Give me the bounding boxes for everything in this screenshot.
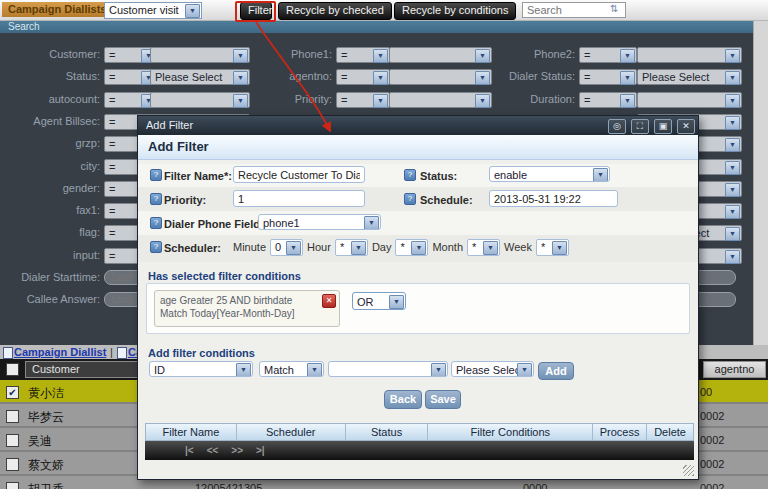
scheduler-unit-select[interactable]: 0▼ xyxy=(270,239,303,256)
row-checkbox[interactable]: ✔ xyxy=(6,386,19,399)
modal-titlebar[interactable]: Add Filter ◎⛶▣✕ xyxy=(138,116,698,135)
value-select[interactable]: ▼ xyxy=(389,47,492,63)
scheduler-unit-select[interactable]: *▼ xyxy=(335,239,368,256)
resize-handle[interactable] xyxy=(683,465,694,476)
row-checkbox[interactable] xyxy=(6,458,19,471)
chevron-down-icon: ▼ xyxy=(620,94,635,108)
condition-logic-select[interactable]: Please Select ▼ xyxy=(451,361,534,377)
agentno-cell: 00 xyxy=(700,386,712,398)
chevron-down-icon: ▼ xyxy=(725,161,740,175)
selected-conditions-box: age Greater 25 AND birthdate Match Today… xyxy=(146,283,690,334)
status-label: Status: xyxy=(420,170,457,182)
value-select[interactable]: Please Select▼ xyxy=(150,69,250,85)
filter-name-input[interactable] xyxy=(233,166,365,183)
operator-select[interactable]: =▼ xyxy=(579,69,637,85)
logic-select-value: Please Select xyxy=(456,364,523,376)
chevron-down-icon: ▼ xyxy=(725,227,740,241)
field-label: agentno: xyxy=(242,70,332,82)
filter-table-column-header: Status xyxy=(346,424,429,442)
scheduler-unit-label: Minute xyxy=(233,241,266,253)
field-label: fax1: xyxy=(2,204,100,216)
chevron-down-icon: ▼ xyxy=(725,49,740,63)
value-select[interactable]: ▼ xyxy=(637,92,742,108)
scheduler-unit-select[interactable]: *▼ xyxy=(395,239,428,256)
scheduler-units: Minute0▼Hour*▼Day*▼Month*▼Week*▼ xyxy=(233,238,569,256)
agentno-column-header[interactable]: agentno xyxy=(703,361,766,378)
scheduler-unit-select[interactable]: *▼ xyxy=(467,239,500,256)
value-select[interactable]: ▼ xyxy=(637,47,742,63)
operator-select[interactable]: =▼ xyxy=(336,69,390,85)
agentno-cell: 0002 xyxy=(700,410,724,422)
sort-arrows-icon[interactable]: ⇅ xyxy=(610,3,618,14)
vertical-scrollbar[interactable] xyxy=(753,20,768,345)
campaign-select[interactable]: Customer visit ▼ xyxy=(104,2,202,19)
chevron-down-icon: ▼ xyxy=(185,4,200,18)
field-label: Status: xyxy=(2,70,100,82)
schedule-input[interactable] xyxy=(489,190,618,207)
row-checkbox[interactable] xyxy=(6,410,19,423)
condition-operator-select[interactable]: OR ▼ xyxy=(352,292,406,310)
agentno-cell: 0002 xyxy=(700,482,724,489)
chevron-down-icon: ▼ xyxy=(389,295,404,309)
priority-input[interactable] xyxy=(233,190,365,207)
remove-condition-icon[interactable]: ✕ xyxy=(322,294,336,308)
phone-cell: 12005421305 xyxy=(195,482,262,489)
value-select[interactable]: ▼ xyxy=(150,47,250,63)
field-label: Dialer Starttime: xyxy=(2,271,100,283)
dialer-phone-field-select[interactable]: phone1 ▼ xyxy=(258,214,381,230)
filter-table-pagination: |<<<>>>| xyxy=(145,441,694,460)
value-select[interactable]: Please Select▼ xyxy=(637,69,742,85)
value-select[interactable]: ▼ xyxy=(389,92,492,108)
chevron-down-icon: ▼ xyxy=(620,71,635,85)
chevron-down-icon: ▼ xyxy=(517,363,532,377)
chevron-down-icon: ▼ xyxy=(373,49,388,63)
recycle-by-checked-button[interactable]: Recycle by checked xyxy=(278,2,392,20)
close-icon[interactable]: ✕ xyxy=(677,119,695,134)
condition-value-select[interactable]: ▼ xyxy=(328,361,448,377)
value-select[interactable]: ▼ xyxy=(389,69,492,85)
operator-select[interactable]: =▼ xyxy=(336,92,390,108)
page-icon xyxy=(117,347,127,359)
chevron-down-icon: ▼ xyxy=(725,94,740,108)
pagination-control[interactable]: << xyxy=(207,445,219,456)
chevron-down-icon: ▼ xyxy=(364,216,379,230)
field-label: input: xyxy=(2,249,100,261)
help-icon[interactable]: ? xyxy=(150,193,162,205)
operator-select[interactable]: =▼ xyxy=(579,92,637,108)
operator-select[interactable]: =▼ xyxy=(579,47,637,63)
back-button[interactable]: Back xyxy=(384,390,422,409)
page: Campaign Diallists Customer visit ▼ Filt… xyxy=(0,0,768,489)
filter-name-label: Filter Name*: xyxy=(164,170,232,182)
value-select[interactable]: ▼ xyxy=(150,92,250,108)
help-icon[interactable]: ? xyxy=(150,217,162,229)
pagination-control[interactable]: >> xyxy=(231,445,243,456)
condition-field-select[interactable]: ID ▼ xyxy=(149,361,253,377)
pagination-control[interactable]: |< xyxy=(185,445,194,456)
search-panel-header: Search xyxy=(0,20,753,33)
collapse-icon[interactable]: ◎ xyxy=(608,119,626,134)
add-condition-button[interactable]: Add xyxy=(538,362,574,380)
restore-icon[interactable]: ⛶ xyxy=(631,119,649,134)
help-icon[interactable]: ? xyxy=(150,241,162,253)
save-button[interactable]: Save xyxy=(425,390,461,409)
modal-heading-bar: Add Filter xyxy=(138,135,698,160)
filter-table-column-header: Filter Conditions xyxy=(428,424,593,442)
agentno-cell: 0002 xyxy=(700,434,724,446)
help-icon[interactable]: ? xyxy=(404,193,416,205)
campaign-diallist-link[interactable]: Campaign Diallist xyxy=(14,346,106,358)
select-all-checkbox[interactable] xyxy=(6,363,19,376)
status-select[interactable]: enable ▼ xyxy=(489,166,610,182)
field-label: gender: xyxy=(2,182,100,194)
scheduler-unit-select[interactable]: *▼ xyxy=(536,239,569,256)
row-checkbox[interactable] xyxy=(6,434,19,447)
pagination-control[interactable]: >| xyxy=(256,445,265,456)
page-icon xyxy=(3,347,13,359)
help-icon[interactable]: ? xyxy=(404,169,416,181)
operator-select[interactable]: =▼ xyxy=(336,47,390,63)
row-checkbox[interactable] xyxy=(6,482,19,489)
priority-label: Priority: xyxy=(164,194,206,206)
recycle-by-conditions-button[interactable]: Recycle by conditions xyxy=(394,2,516,20)
help-icon[interactable]: ? xyxy=(150,169,162,181)
condition-match-select[interactable]: Match ▼ xyxy=(259,361,324,377)
maximize-icon[interactable]: ▣ xyxy=(654,119,672,134)
